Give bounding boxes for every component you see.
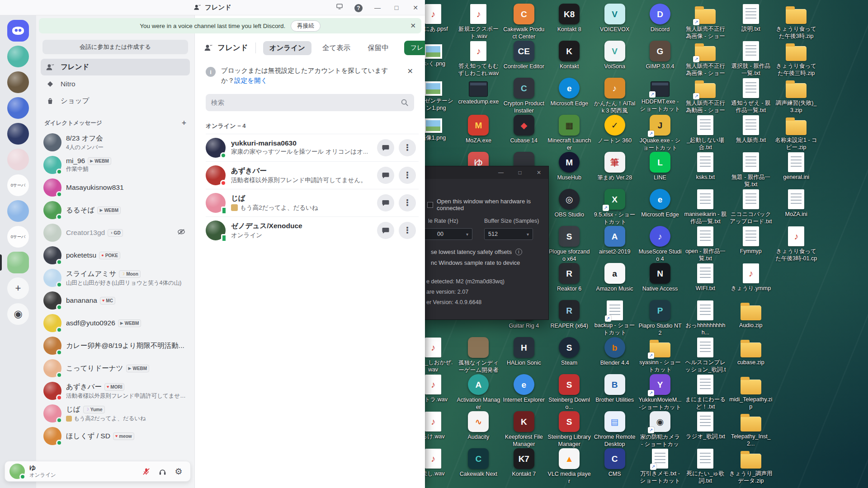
desktop-icon[interactable]: ヘルスコンプレッション_歌詞.txt [684, 337, 727, 374]
desktop-icon[interactable]: WIFI.txt [684, 263, 727, 292]
dialog-minimize-button[interactable]: — [491, 166, 510, 179]
close-button[interactable]: ✕ [406, 0, 425, 15]
desktop-icon[interactable]: まにまにわーるど！.txt [684, 374, 727, 411]
more-button[interactable]: ⋮ [399, 167, 416, 184]
desktop-icon[interactable]: ↗ backup - ショートカット [593, 300, 637, 337]
desktop-icon[interactable]: G GIMP 3.0.4 [638, 41, 682, 70]
mic-muted-icon[interactable] [139, 464, 153, 479]
more-button[interactable]: ⋮ [399, 139, 416, 156]
desktop-icon[interactable]: ▦ Minecraft Launcher [547, 115, 591, 152]
desktop-icon[interactable]: general.ini [774, 152, 818, 181]
desktop-icon[interactable]: K8 Kontakt 8 [547, 4, 591, 33]
dialog-maximize-button[interactable]: □ [510, 166, 529, 179]
message-button[interactable] [377, 167, 394, 184]
desktop-icon[interactable]: ↗ HDDFMT.exe - ショートカット [638, 78, 682, 113]
desktop-icon[interactable]: e Microsoft Edge [547, 78, 591, 107]
reconnect-button[interactable]: 再接続 [291, 20, 321, 32]
server-icon[interactable] [0, 252, 36, 273]
dm-item[interactable]: あずきバー ♥MORI 活動者様以外原則フレンド申請許可してません。 [36, 380, 194, 402]
desktop-icon[interactable]: A airset2-2019 [593, 226, 637, 255]
desktop-icon[interactable]: e Internet Explorer [502, 374, 546, 404]
desktop-icon[interactable]: 孤独なインディーゲーム開発者の一生... [457, 337, 500, 375]
desktop-icon[interactable]: C CMS [593, 448, 637, 478]
desktop-icon[interactable]: open - 親作品一覧.txt [684, 226, 727, 263]
dm-item[interactable]: Masayukisnow831 [36, 176, 194, 199]
banner-close-icon[interactable]: ✕ [410, 22, 416, 30]
friend-row[interactable]: ゼノデュス/Xenoduce オンライン ⋮ [206, 216, 419, 244]
open-on-connect-checkbox[interactable] [427, 202, 433, 208]
dm-item[interactable]: Creator13gd ◑GD [36, 221, 194, 244]
desktop-icon[interactable]: きょうり_調声用データ.zip [729, 448, 773, 485]
info-close-icon[interactable]: ✕ [407, 67, 413, 75]
desktop-icon[interactable]: 死にたい_ゅ歌詞.txt [684, 448, 727, 485]
more-button[interactable]: ⋮ [399, 194, 416, 211]
sidebar-item-shop[interactable]: ショップ [41, 93, 190, 109]
friend-row[interactable]: あずきバー 活動者様以外原則フレンド申請許可してません。 ⋮ [206, 161, 419, 189]
desktop-icon[interactable]: Audio.zip [729, 300, 773, 329]
tab-all[interactable]: 全て表示 [316, 41, 357, 55]
friend-row[interactable]: yukkuri-marisa0630 家康の家やっすツールを操ツール オリコンは… [206, 134, 419, 161]
server-icon-home[interactable] [0, 20, 36, 42]
desktop-icon[interactable]: maniseikarin - 親作品一覧.txt [684, 189, 727, 225]
desktop-icon[interactable]: V VOICEVOX [593, 4, 637, 33]
desktop-icon[interactable]: ∿ Audacity [457, 411, 500, 441]
dm-item[interactable]: カレー卯丼@8/19より期限不明活動... [36, 334, 194, 357]
maximize-button[interactable]: □ [387, 0, 406, 15]
low-latency-option-label[interactable]: se lowest latency safety offsets [431, 249, 512, 255]
desktop-icon[interactable]: ラジオ_歌詞.txt [684, 411, 727, 440]
sync-sample-rate-option-label[interactable]: nc Windows sample rate to device [431, 259, 520, 266]
server-icon[interactable]: 0サーバ [0, 174, 36, 196]
desktop-icon[interactable]: 通知うぜえ - 親作品一覧.txt [729, 78, 773, 114]
desktop-icon[interactable]: K Keepforest File Manager [502, 411, 546, 448]
desktop-icon[interactable]: 選択肢 - 親作品一覧.txt [729, 41, 773, 77]
desktop-icon[interactable]: S Steam [547, 337, 591, 366]
desktop-icon[interactable]: ◆ Cubase 14 [502, 115, 546, 144]
more-button[interactable]: ⋮ [399, 222, 416, 239]
desktop-icon[interactable]: J↗ JQuake.exe - ショートカット [638, 115, 682, 152]
server-icon[interactable]: 0サーバ [0, 226, 36, 248]
friend-row[interactable]: じば もう高2だってよ、だるいね ⋮ [206, 189, 419, 216]
open-settings-link[interactable]: 設定を開く [234, 77, 267, 84]
desktop-icon[interactable]: K Kontakt [547, 41, 591, 70]
dm-item[interactable]: poketetsu ●POKE [36, 244, 194, 267]
desktop-icon[interactable]: ◉↗ 家の防犯カメラ - ショートカット [638, 411, 682, 449]
desktop-icon[interactable]: C Cakewalk Product Center [502, 4, 546, 41]
desktop-icon[interactable]: R Reaktor 6 [547, 263, 591, 292]
desktop-icon[interactable]: N Native Access [638, 263, 682, 292]
desktop-icon[interactable]: 筆 筆まめ Ver.28 [593, 152, 637, 181]
desktop-icon[interactable]: X↗ 9.5.xlsx - ショートカット [593, 189, 637, 226]
desktop-icon[interactable]: ▤ Chrome Remote Desktop [593, 411, 637, 448]
desktop-icon[interactable]: CE Controller Editor [502, 41, 546, 70]
desktop-icon[interactable]: Y↗ YukkunMovieM...-ショートカット [638, 374, 682, 411]
desktop-icon[interactable]: B Brother Utilities [593, 374, 637, 404]
desktop-icon[interactable]: 無人販売.txt [729, 115, 773, 144]
add-friend-button[interactable]: フレ [404, 41, 425, 55]
explore-servers-button[interactable]: ◉ [0, 303, 36, 325]
desktop-icon[interactable]: Telepathy_Inst_2... [729, 411, 773, 448]
desktop-icon[interactable]: M MoZA.exe [457, 115, 500, 144]
server-icon[interactable] [0, 123, 36, 145]
user-avatar[interactable] [9, 464, 25, 479]
desktop-icon[interactable]: ↗ 無人販売不正行為動画 - ショートカット [684, 78, 727, 115]
desktop-icon[interactable]: 名称未設定1 - コピー.zip [774, 115, 818, 151]
desktop-icon[interactable]: e Microsoft Edge [638, 189, 682, 218]
screenshare-monitor-icon[interactable] [330, 0, 349, 15]
desktop-icon[interactable]: V VoiSona [593, 41, 637, 70]
dm-item[interactable]: ほしくず / SD ♥meow [36, 425, 194, 447]
desktop-icon[interactable]: 無題 - 親作品一覧.txt [729, 152, 773, 188]
desktop-icon[interactable]: ↗ 無人販売不正行為画像 - ショートカット [684, 41, 727, 78]
message-button[interactable] [377, 194, 394, 211]
desktop-icon[interactable]: D Discord [638, 4, 682, 33]
dm-item[interactable]: bananana ♥MC [36, 289, 194, 312]
desktop-icon[interactable]: きょうり食ってた午後三時.zip [774, 41, 818, 77]
tab-pending[interactable]: 保留中 [361, 41, 395, 55]
desktop-icon[interactable]: ♪ MuseScore Studio 4 [638, 226, 682, 263]
dm-item[interactable]: asdf@yuto0926 ▶WEBM [36, 312, 194, 334]
desktop-icon[interactable]: cubase.zip [729, 337, 773, 366]
help-icon[interactable]: ? [349, 0, 368, 15]
desktop-icon[interactable]: ♪ かんたん！AITalk 3 関西風 [593, 78, 637, 115]
message-button[interactable] [377, 222, 394, 239]
minimize-button[interactable]: — [368, 0, 387, 15]
desktop-icon[interactable]: K7 Kontakt 7 [502, 448, 546, 478]
desktop-icon[interactable]: A Activation Manager [457, 374, 500, 411]
